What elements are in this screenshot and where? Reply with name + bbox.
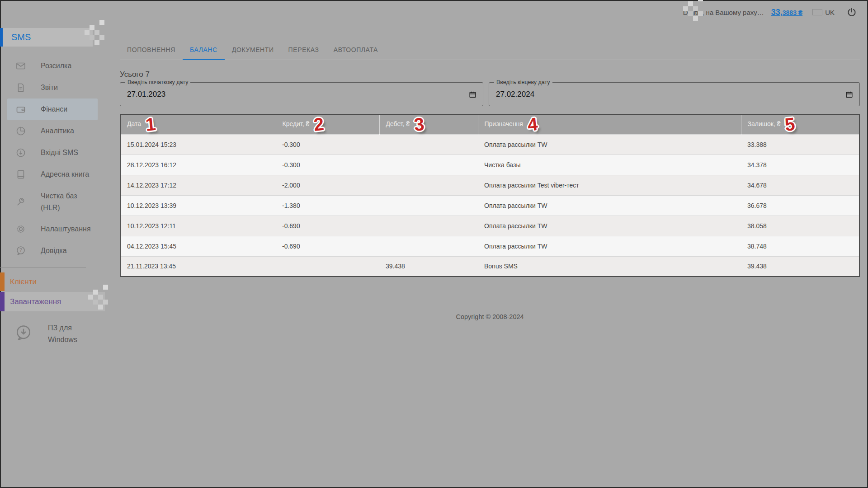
cell-date: 28.12.2023 16:12 bbox=[120, 155, 276, 175]
download-bubble-icon bbox=[14, 323, 33, 345]
sidebar-item-windows-software[interactable]: ПЗ для Windows bbox=[0, 322, 105, 346]
calendar-icon[interactable] bbox=[845, 90, 854, 99]
cell-debit bbox=[379, 236, 478, 256]
cell-purpose: Чистка базы bbox=[478, 155, 741, 175]
copyright-text: Copyright © 2008-2024 bbox=[446, 313, 533, 320]
cell-debit bbox=[379, 216, 478, 236]
start-date-label: Введіть початкову дату bbox=[125, 79, 190, 85]
sidebar-item-finances[interactable]: Фінанси bbox=[7, 99, 98, 120]
main-content: ПОПОВНЕННЯ БАЛАНС ДОКУМЕНТИ ПЕРЕКАЗ АВТО… bbox=[105, 24, 868, 488]
sidebar-item-hlr-cleaning[interactable]: Чистка баз (HLR) bbox=[0, 185, 105, 218]
clients-accent-bar bbox=[0, 272, 5, 291]
cell-date: 10.12.2023 13:39 bbox=[120, 195, 276, 216]
annotation-badge-2: 2 bbox=[313, 117, 325, 131]
total-count-label: Усього 7 bbox=[120, 70, 860, 82]
brand-label: SMS bbox=[11, 32, 31, 42]
tab-dokumenty[interactable]: ДОКУМЕНТИ bbox=[225, 41, 281, 60]
cell-date: 10.12.2023 12:11 bbox=[120, 216, 276, 236]
transactions-table: Дата1 Кредит, ₴2 Дебет, ₴3 Призначення4 … bbox=[120, 114, 860, 277]
sidebar-divider bbox=[0, 267, 86, 268]
date-filter-row: Введіть початкову дату 27.01.2023 Введіт… bbox=[120, 82, 860, 106]
tab-popovnennya[interactable]: ПОПОВНЕННЯ bbox=[120, 41, 183, 60]
table-body: 15.01.2024 15:23-0.300Оплата рассылки TW… bbox=[120, 134, 859, 277]
cell-balance: 36.678 bbox=[741, 195, 859, 216]
cell-credit: -1.380 bbox=[276, 195, 379, 216]
column-header-debit: Дебет, ₴3 bbox=[379, 114, 478, 134]
sidebar-item-help[interactable]: ? Довідка bbox=[0, 240, 105, 262]
balance-link[interactable]: 33,3883 ₴ bbox=[771, 8, 802, 17]
cell-credit: -0.690 bbox=[276, 236, 379, 256]
ukraine-flag-icon bbox=[812, 9, 822, 15]
sidebar-item-analytics[interactable]: Аналітика bbox=[0, 120, 105, 142]
table-row: 28.12.2023 16:12-0.300Чистка базы34.378 bbox=[120, 155, 859, 175]
end-date-value: 27.02.2024 bbox=[496, 90, 534, 99]
cell-balance: 33.388 bbox=[741, 134, 859, 155]
cell-date: 15.01.2024 15:23 bbox=[120, 134, 276, 155]
cell-purpose: Оплата рассылки Test viber-тест bbox=[478, 175, 741, 195]
wrench-icon bbox=[15, 197, 26, 207]
table-row: 14.12.2023 17:12-2.000Оплата рассылки Te… bbox=[120, 175, 859, 195]
sidebar-item-reports[interactable]: Звіти bbox=[0, 77, 105, 99]
user-account-text: Dmitry, на Вашому раху… bbox=[683, 9, 764, 16]
power-icon bbox=[846, 7, 857, 18]
cell-balance: 34.678 bbox=[741, 175, 859, 195]
end-date-label: Введіть кінцеву дату bbox=[494, 79, 552, 85]
tab-perekaz[interactable]: ПЕРЕКАЗ bbox=[281, 41, 326, 60]
cell-balance: 38.748 bbox=[741, 236, 859, 256]
sidebar-brand[interactable]: SMS bbox=[0, 28, 105, 47]
windows-software-line1: ПЗ для bbox=[48, 322, 77, 334]
tab-bar: ПОПОВНЕННЯ БАЛАНС ДОКУМЕНТИ ПЕРЕКАЗ АВТО… bbox=[120, 41, 860, 60]
cell-date: 21.11.2023 13:45 bbox=[120, 256, 276, 277]
start-date-input[interactable]: Введіть початкову дату 27.01.2023 bbox=[120, 82, 483, 106]
cell-debit: 39.438 bbox=[379, 256, 478, 277]
cell-credit: -2.000 bbox=[276, 175, 379, 195]
cell-balance: 34.378 bbox=[741, 155, 859, 175]
annotation-badge-1: 1 bbox=[145, 117, 156, 131]
table-row: 10.12.2023 13:39-1.380Оплата рассылки TW… bbox=[120, 195, 859, 216]
cell-debit bbox=[379, 155, 478, 175]
gear-icon bbox=[15, 224, 26, 235]
annotation-badge-4: 4 bbox=[527, 117, 538, 131]
help-bubble-icon: ? bbox=[15, 245, 26, 256]
page-footer: Copyright © 2008-2024 bbox=[120, 313, 860, 320]
sidebar-item-settings[interactable]: Налаштування bbox=[0, 218, 105, 240]
cell-date: 14.12.2023 17:12 bbox=[120, 175, 276, 195]
pixel-decoration bbox=[88, 295, 93, 300]
tab-balans[interactable]: БАЛАНС bbox=[183, 41, 225, 60]
calendar-icon[interactable] bbox=[468, 90, 477, 99]
tab-avtooplata[interactable]: АВТООПЛАТА bbox=[326, 41, 385, 60]
svg-text:?: ? bbox=[19, 247, 22, 253]
app-window: Dmitry, на Вашому раху… 33,3883 ₴ UK SMS bbox=[0, 0, 868, 488]
sidebar-section-downloads[interactable]: Завантаження bbox=[0, 292, 105, 311]
cell-date: 04.12.2023 15:45 bbox=[120, 236, 276, 256]
start-date-value: 27.01.2023 bbox=[127, 90, 165, 99]
cell-debit bbox=[379, 175, 478, 195]
language-switcher[interactable]: UK bbox=[812, 9, 835, 16]
cell-credit: -0.690 bbox=[276, 216, 379, 236]
cell-purpose: Оплата рассылки TW bbox=[478, 134, 741, 155]
wallet-icon bbox=[15, 104, 26, 115]
sidebar-item-incoming-sms[interactable]: Вхідні SMS bbox=[0, 142, 105, 164]
inbox-arrow-icon bbox=[15, 147, 26, 158]
language-label: UK bbox=[825, 9, 835, 16]
cell-balance: 38.058 bbox=[741, 216, 859, 236]
sidebar-item-address-book[interactable]: Адресна книга bbox=[0, 164, 105, 185]
annotation-badge-3: 3 bbox=[414, 117, 425, 131]
sidebar: SMS Розсилка Звіти bbox=[0, 24, 105, 488]
cell-debit bbox=[379, 195, 478, 216]
balance-fraction: 3883 ₴ bbox=[783, 9, 802, 16]
sidebar-section-clients[interactable]: Клієнти bbox=[0, 272, 105, 291]
cell-purpose: Оплата рассылки TW bbox=[478, 236, 741, 256]
logout-button[interactable] bbox=[846, 7, 857, 18]
table-row: 04.12.2023 15:45-0.690Оплата рассылки TW… bbox=[120, 236, 859, 256]
sidebar-nav: Розсилка Звіти Фінанси bbox=[0, 55, 105, 262]
topbar: Dmitry, на Вашому раху… 33,3883 ₴ UK bbox=[0, 0, 868, 24]
pie-chart-icon bbox=[15, 126, 26, 136]
column-header-balance: Залишок, ₴5 bbox=[741, 114, 859, 134]
cell-debit bbox=[379, 134, 478, 155]
end-date-input[interactable]: Введіть кінцеву дату 27.02.2024 bbox=[489, 82, 860, 106]
sidebar-item-mailing[interactable]: Розсилка bbox=[0, 55, 105, 77]
windows-software-line2: Windows bbox=[48, 334, 77, 346]
cell-purpose: Bonus SMS bbox=[478, 256, 741, 277]
cell-credit: -0.300 bbox=[276, 155, 379, 175]
